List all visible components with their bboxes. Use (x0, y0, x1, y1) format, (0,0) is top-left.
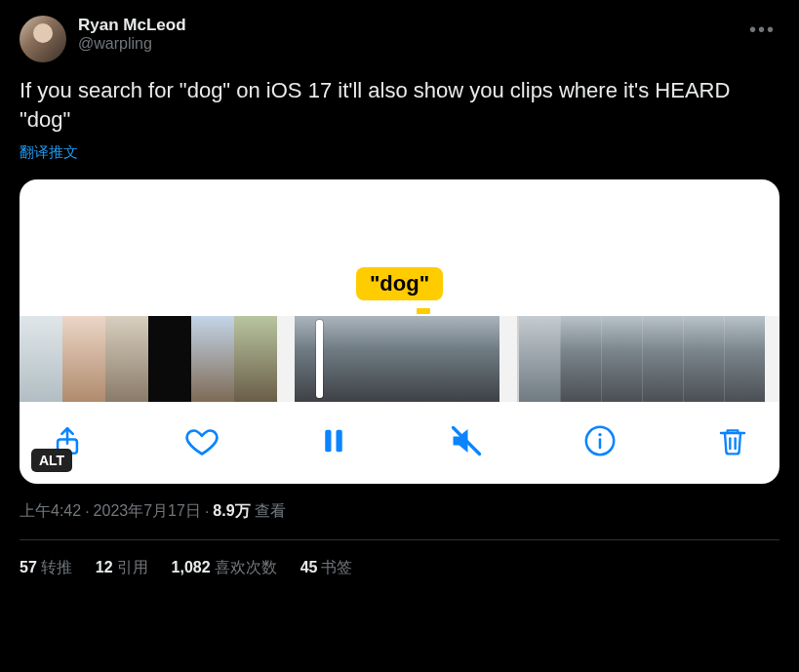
thumb (560, 316, 601, 402)
stat-retweets[interactable]: 57转推 (20, 558, 72, 578)
pause-icon[interactable] (319, 424, 348, 457)
caption-tick (417, 308, 430, 314)
heart-icon[interactable] (184, 423, 220, 458)
caption-pill: "dog" (356, 267, 443, 300)
tweet-container: Ryan McLeod @warpling ••• If you search … (0, 0, 799, 578)
caption-label: "dog" (356, 267, 443, 300)
thumb (363, 316, 431, 402)
thumb (601, 316, 642, 402)
clip-group-3[interactable] (517, 316, 765, 402)
thumb (295, 316, 363, 402)
more-icon: ••• (749, 19, 776, 40)
trash-icon[interactable] (717, 424, 748, 457)
thumb (62, 316, 105, 402)
thumb (234, 316, 277, 402)
video-timeline[interactable] (20, 316, 779, 402)
media-toolbar (20, 402, 779, 484)
bookmarks-label: 书签 (321, 559, 352, 575)
svg-rect-2 (337, 430, 342, 453)
svg-rect-1 (325, 430, 331, 453)
media-attachment: "dog" (20, 179, 779, 484)
thumb (105, 316, 148, 402)
author-display-name[interactable]: Ryan McLeod (78, 16, 734, 35)
author-handle[interactable]: @warpling (78, 35, 734, 53)
avatar[interactable] (20, 16, 66, 62)
author-names: Ryan McLeod @warpling (78, 16, 734, 53)
retweets-label: 转推 (41, 559, 72, 575)
tweet-stats: 57转推 12引用 1,082喜欢次数 45书签 (20, 540, 779, 578)
meta-sep: · (85, 503, 89, 521)
thumb (20, 316, 62, 402)
stat-likes[interactable]: 1,082喜欢次数 (172, 558, 277, 578)
meta-sep: · (205, 503, 209, 521)
views-count[interactable]: 8.9万 (213, 501, 250, 522)
stat-quotes[interactable]: 12引用 (96, 558, 148, 578)
tweet-time[interactable]: 上午4:42 (20, 501, 81, 522)
bookmarks-count: 45 (300, 559, 318, 575)
info-icon[interactable] (583, 424, 617, 457)
quotes-count: 12 (96, 559, 113, 575)
thumb (431, 316, 499, 402)
quotes-label: 引用 (117, 559, 148, 575)
clip-group-2[interactable] (295, 316, 499, 402)
likes-label: 喜欢次数 (215, 559, 277, 575)
tweet-body: If you search for "dog" on iOS 17 it'll … (20, 76, 779, 134)
thumb (148, 316, 191, 402)
thumb (724, 316, 765, 402)
thumb (519, 316, 560, 402)
tweet-date[interactable]: 2023年7月17日 (94, 501, 201, 522)
playhead[interactable] (316, 320, 323, 398)
retweets-count: 57 (20, 559, 37, 575)
stat-bookmarks[interactable]: 45书签 (300, 558, 353, 578)
mute-icon[interactable] (449, 423, 484, 458)
media-card[interactable]: "dog" (20, 179, 779, 484)
tweet-meta: 上午4:42 · 2023年7月17日 · 8.9万 查看 (20, 501, 779, 522)
thumb (191, 316, 234, 402)
likes-count: 1,082 (172, 559, 211, 575)
alt-badge[interactable]: ALT (31, 449, 72, 472)
tweet-header: Ryan McLeod @warpling ••• (20, 16, 779, 62)
clip-group-1[interactable] (20, 316, 277, 402)
views-label: 查看 (255, 501, 286, 522)
more-button[interactable]: ••• (745, 16, 779, 43)
thumb (683, 316, 724, 402)
caption-label-row: "dog" (20, 267, 779, 308)
translate-link[interactable]: 翻译推文 (20, 143, 779, 162)
thumb (642, 316, 683, 402)
media-spacer (20, 179, 779, 267)
svg-point-5 (599, 433, 602, 436)
